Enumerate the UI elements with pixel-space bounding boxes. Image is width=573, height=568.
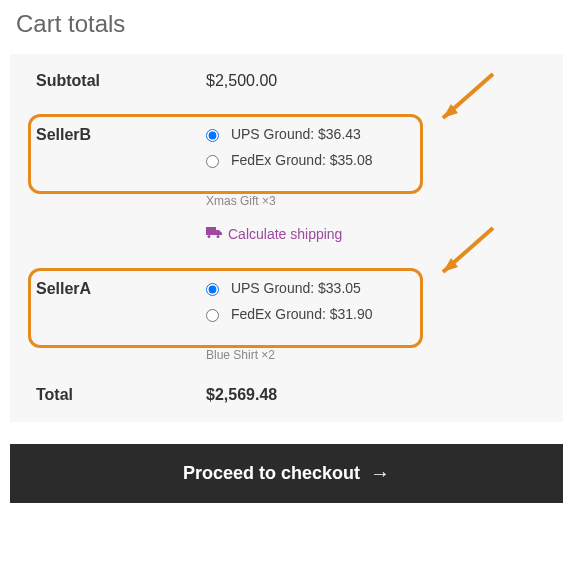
seller-b-radio-ups[interactable] xyxy=(206,129,219,142)
proceed-to-checkout-button[interactable]: Proceed to checkout → xyxy=(10,444,563,503)
seller-a-group: SellerA UPS Ground: $33.05 FedEx Ground:… xyxy=(10,262,563,342)
truck-icon xyxy=(206,226,222,242)
seller-b-group: SellerB UPS Ground: $36.43 FedEx Ground:… xyxy=(10,108,563,188)
cart-totals-title: Cart totals xyxy=(16,10,563,38)
seller-b-ups-price: $36.43 xyxy=(318,126,361,142)
total-row: Total $2,569.48 xyxy=(10,368,563,422)
calculate-shipping-label: Calculate shipping xyxy=(228,226,342,242)
seller-a-fedex-price: $31.90 xyxy=(330,306,373,322)
seller-a-name: SellerA xyxy=(36,280,206,332)
seller-a-option-fedex[interactable]: FedEx Ground: $31.90 xyxy=(206,306,537,322)
seller-a-ups-label: UPS Ground: xyxy=(231,280,314,296)
seller-b-fedex-price: $35.08 xyxy=(330,152,373,168)
seller-a-ups-price: $33.05 xyxy=(318,280,361,296)
seller-b-options: UPS Ground: $36.43 FedEx Ground: $35.08 xyxy=(206,126,537,178)
seller-a-option-ups[interactable]: UPS Ground: $33.05 xyxy=(206,280,537,296)
calculate-shipping-link[interactable]: Calculate shipping xyxy=(10,214,368,262)
subtotal-label: Subtotal xyxy=(36,72,206,90)
seller-b-name: SellerB xyxy=(36,126,206,178)
seller-a-options: UPS Ground: $33.05 FedEx Ground: $31.90 xyxy=(206,280,537,332)
seller-b-radio-fedex[interactable] xyxy=(206,155,219,168)
total-value: $2,569.48 xyxy=(206,386,537,404)
subtotal-row: Subtotal $2,500.00 xyxy=(10,54,563,108)
seller-a-radio-ups[interactable] xyxy=(206,283,219,296)
seller-b-items: Xmas Gift ×3 xyxy=(10,188,563,214)
arrow-right-icon: → xyxy=(370,462,390,485)
checkout-label: Proceed to checkout xyxy=(183,463,360,484)
seller-b-option-fedex[interactable]: FedEx Ground: $35.08 xyxy=(206,152,537,168)
seller-b-ups-label: UPS Ground: xyxy=(231,126,314,142)
cart-totals-table: Subtotal $2,500.00 SellerB UPS Ground: $… xyxy=(10,54,563,422)
seller-a-fedex-label: FedEx Ground: xyxy=(231,306,326,322)
seller-a-radio-fedex[interactable] xyxy=(206,309,219,322)
seller-b-fedex-label: FedEx Ground: xyxy=(231,152,326,168)
subtotal-value: $2,500.00 xyxy=(206,72,537,90)
seller-a-items: Blue Shirt ×2 xyxy=(10,342,563,368)
seller-b-option-ups[interactable]: UPS Ground: $36.43 xyxy=(206,126,537,142)
total-label: Total xyxy=(36,386,206,404)
